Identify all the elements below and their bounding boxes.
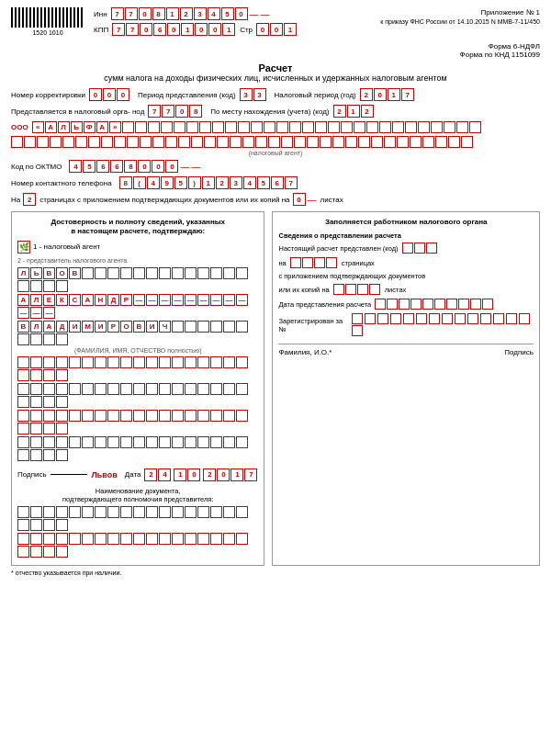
nr1-c3: В xyxy=(43,267,55,279)
er1-c6 xyxy=(82,356,94,368)
nr3-c19 xyxy=(17,333,29,345)
er4-c22 xyxy=(56,449,68,461)
correction-label: Номер корректировки xyxy=(11,91,85,99)
ph-c13: 7 xyxy=(285,176,298,189)
pages-cells: 2 xyxy=(23,193,37,206)
rdc-c6 xyxy=(434,299,445,310)
dm-c2: 0 xyxy=(187,468,200,481)
reg-c13 xyxy=(506,313,517,324)
rdc-c1 xyxy=(375,299,386,310)
reg-c9 xyxy=(455,313,466,324)
er1-c17 xyxy=(223,356,235,368)
on2-c12 xyxy=(152,136,164,148)
oktmo-row: Код по ОКТМО 4 5 6 6 8 0 0 0 — — xyxy=(11,160,540,173)
kpp-cells: 7 7 0 6 0 1 0 0 1 Стр 0 0 1 xyxy=(112,23,298,36)
right-pages-cells xyxy=(290,257,338,268)
er2-c21 xyxy=(43,396,55,408)
org-prefix: ООО xyxy=(11,123,28,131)
phone-label: Номер контактного телефона xyxy=(11,179,112,187)
dr1-c10 xyxy=(133,506,145,518)
on2-c18 xyxy=(230,136,242,148)
reg-c1 xyxy=(352,313,363,324)
barcode-number: 1520 1010 xyxy=(11,29,84,36)
er1-c3 xyxy=(43,356,55,368)
ph-c7: 1 xyxy=(202,176,215,189)
doc-title-line1: Наименование документа, xyxy=(17,487,258,495)
correction-cells: 0 0 0 xyxy=(89,88,130,101)
nr1-c5: В xyxy=(69,267,81,279)
page: 1520 1010 Инн 7 7 0 8 1 2 3 4 5 0 — — xyxy=(0,0,551,583)
org-c2: 7 xyxy=(162,105,174,118)
signature-row: Подпись Львов Дата 2 4 1 0 2 0 1 7 xyxy=(17,468,258,481)
dr1-c18 xyxy=(236,506,248,518)
right-copies-suffix: листах xyxy=(385,286,407,294)
nr3-c1: В xyxy=(17,321,29,333)
nr1-c4: О xyxy=(56,267,68,279)
left-title-l1: Достоверность и полноту сведений, указан… xyxy=(51,218,225,226)
inn-c9: 5 xyxy=(221,7,234,20)
on-c5: Ф xyxy=(84,121,96,133)
okt-c3: 6 xyxy=(96,160,109,173)
er4-c2 xyxy=(30,436,42,448)
nr1-c2: Ь xyxy=(30,267,42,279)
inn-row: Инн 7 7 0 8 1 2 3 4 5 0 — — xyxy=(94,7,380,20)
on-c24 xyxy=(328,121,340,133)
right-pages-label: на xyxy=(278,259,286,267)
dr2-c7 xyxy=(95,533,107,545)
per-c1: 3 xyxy=(240,88,253,101)
nr2-c9: Р xyxy=(120,294,132,306)
tax-period-cells: 2 0 1 7 xyxy=(360,88,415,101)
nr3-c7: И xyxy=(95,321,107,333)
dr1-c21 xyxy=(43,519,55,531)
dr1-c6 xyxy=(82,506,94,518)
reg-c4 xyxy=(390,313,401,324)
nr2-c15: — xyxy=(197,294,209,306)
er2-c17 xyxy=(223,383,235,395)
ph-c3: 4 xyxy=(147,176,160,189)
tp-c2: 0 xyxy=(374,88,387,101)
nr3-c9: О xyxy=(120,321,132,333)
dr2-c10 xyxy=(133,533,145,545)
barcode-image xyxy=(11,7,84,28)
er3-c1 xyxy=(17,410,29,422)
date-day-cells: 2 4 xyxy=(144,468,172,481)
kpp-c5: 0 xyxy=(167,23,180,36)
submitted-label: Настоящий расчет представлен (код) xyxy=(278,244,398,253)
right-pages-suffix: страницах xyxy=(342,259,375,267)
dr2-c13 xyxy=(172,533,184,545)
option-indicator: 🌿 xyxy=(17,241,30,254)
org-name-cells: « А Л Ь Ф А » xyxy=(32,121,481,133)
dy-c3: 1 xyxy=(231,468,243,481)
reg-c14 xyxy=(519,313,530,324)
on-c12 xyxy=(174,121,186,133)
left-col-title: Достоверность и полноту сведений, указан… xyxy=(17,218,258,237)
ph-c12: 6 xyxy=(271,176,284,189)
org-c3: 0 xyxy=(175,105,188,118)
pages-end: листах xyxy=(320,196,343,204)
date-month-cells: 1 0 xyxy=(174,468,201,481)
er2-c3 xyxy=(43,383,55,395)
phone-row: Номер контактного телефона 8 ( 4 9 5 ) 1… xyxy=(11,176,540,189)
inn-c7: 3 xyxy=(194,7,207,20)
er4-c12 xyxy=(159,436,171,448)
nr1-c15 xyxy=(197,267,209,279)
appendix-block: Приложение № 1 к приказу ФНС России от 1… xyxy=(380,7,540,27)
nr2-c11: — xyxy=(146,294,158,306)
rdc-c5 xyxy=(422,299,433,310)
er1-c7 xyxy=(95,356,107,368)
reg-c6 xyxy=(416,313,427,324)
er1-c1 xyxy=(17,356,29,368)
on2-c36 xyxy=(461,136,473,148)
tax-period-label: Налоговый период (год) xyxy=(275,91,356,99)
rdc-c8 xyxy=(458,299,469,310)
dr1-c7 xyxy=(95,506,107,518)
on-c29 xyxy=(392,121,404,133)
er2-c2 xyxy=(30,383,42,395)
dr2-c21 xyxy=(43,546,55,558)
footer-labels: Фамилия, И.О.* Подпись xyxy=(278,344,534,356)
rdc-c7 xyxy=(446,299,457,310)
right-info-label: Сведения о представлении расчета xyxy=(278,231,534,240)
nr1-c8 xyxy=(107,267,119,279)
doc-title-line2: подтверждающего полномочия представителя… xyxy=(17,495,258,503)
rcc-c1 xyxy=(333,284,344,295)
